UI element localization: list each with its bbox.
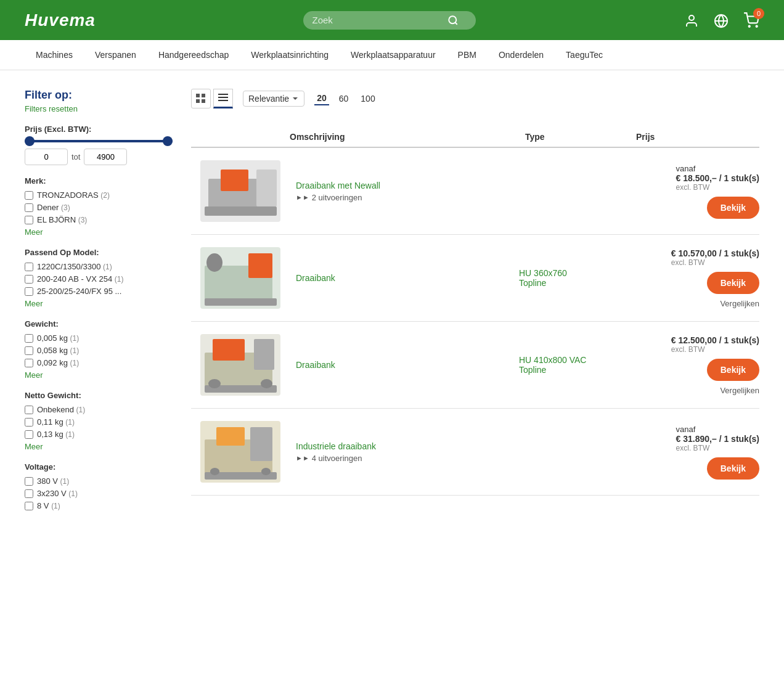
checkbox-ng3[interactable] [25,430,33,439]
price-excl-1: excl. BTW [676,183,759,192]
user-icon[interactable] [684,12,699,28]
search-input[interactable] [312,15,447,25]
checkbox-ng2[interactable] [25,418,33,427]
v3-label: 8 V (1) [37,501,60,510]
bekijk-button-3[interactable]: Bekijk [707,359,759,381]
product-price-4: vanaf € 31.890,– / 1 stuk(s) excl. BTW [676,425,759,452]
product-image-cell-4 [191,421,290,483]
price-min-input[interactable] [25,149,68,165]
svg-rect-8 [202,94,205,97]
checkbox-elbjorn[interactable] [25,216,33,224]
table-row: Draaibank met Newall ►► 2 uitvoeringen v… [191,148,759,235]
product-action-cell-4: vanaf € 31.890,– / 1 stuk(s) excl. BTW B… [636,425,759,480]
price-separator: tot [71,152,80,161]
per-page-20[interactable]: 20 [314,92,329,105]
svg-rect-9 [196,99,200,103]
product-image-cell-1 [191,160,290,222]
nav-item-werkplaatsinrichting[interactable]: Werkplaatsinrichting [240,40,340,70]
price-thumb-right[interactable] [163,136,173,146]
model1-label: 1220C/1350/3300 (1) [37,262,112,271]
nav-item-pbm[interactable]: PBM [447,40,488,70]
model-meer-link[interactable]: Meer [25,299,173,308]
globe-icon[interactable] [714,12,729,28]
vergelijken-link-2[interactable]: Vergelijken [720,299,759,308]
list-icon [218,93,228,103]
search-icon [447,15,459,26]
checkbox-ng1[interactable] [25,406,33,414]
product-type-cell-2: HU 360x760Topline [519,268,630,288]
merk-dener-count: (3) [61,203,70,212]
checkbox-g3[interactable] [25,359,33,367]
checkbox-v1[interactable] [25,477,33,486]
checkbox-dener[interactable] [25,203,33,212]
svg-rect-11 [218,94,228,95]
checkbox-g1[interactable] [25,334,33,343]
product-link-4[interactable]: Industriele draaibank [296,441,376,451]
price-main-4: € 31.890,– / 1 stuk(s) [676,434,759,444]
checkbox-model3[interactable] [25,287,33,296]
filter-checkbox-g3: 0,092 kg (1) [25,358,173,367]
product-image-2 [200,247,280,309]
checkbox-g2[interactable] [25,346,33,355]
list-view-button[interactable] [213,89,233,108]
price-inputs: tot [25,149,173,165]
main-container: Filter op: Filters resetten Prijs (Excl.… [0,70,784,540]
sort-select[interactable]: Relevantie [243,91,304,107]
netto-gewicht-filter-section: Netto Gewicht: Onbekend (1) 0,11 kg (1) … [25,391,173,451]
nav-item-handgereedschap[interactable]: Handgereedschap [147,40,240,70]
checkbox-tronzadoras[interactable] [25,191,33,200]
vergelijken-link-3[interactable]: Vergelijken [720,386,759,395]
price-filter-section: Prijs (Excl. BTW): tot [25,125,173,165]
nav-item-machines[interactable]: Machines [25,40,84,70]
chevron-down-icon [292,95,299,102]
logo[interactable]: Huvema [25,10,96,30]
bekijk-button-2[interactable]: Bekijk [707,272,759,294]
checkbox-v2[interactable] [25,489,33,498]
price-thumb-left[interactable] [25,136,35,146]
bekijk-button-4[interactable]: Bekijk [707,457,759,480]
bekijk-button-1[interactable]: Bekijk [707,197,759,219]
price-excl-3: excl. BTW [671,345,759,354]
filter-checkbox-tronzadoras: TRONZADORAS (2) [25,190,173,200]
product-uitvoeringen-4: ►► 4 uitvoeringen [296,454,513,463]
filter-checkbox-ng2: 0,11 kg (1) [25,417,173,427]
product-info-cell-4: Industriele draaibank ►► 4 uitvoeringen [296,441,513,463]
checkbox-v3[interactable] [25,502,33,510]
merk-tronzadoras-label: TRONZADORAS (2) [37,190,110,200]
product-link-2[interactable]: Draaibank [296,273,335,283]
checkbox-model2[interactable] [25,275,33,284]
product-link-1[interactable]: Draaibank met Newall [296,181,380,190]
nav-item-onderdelen[interactable]: Onderdelen [488,40,555,70]
nav-item-werkplaatsapparatuur[interactable]: Werkplaatsapparatuur [340,40,446,70]
v1-label: 380 V (1) [37,476,69,486]
gewicht-meer-link[interactable]: Meer [25,370,173,380]
model-title: Passend Op Model: [25,248,173,257]
product-action-cell-2: € 10.570,00 / 1 stuk(s) excl. BTW Bekijk… [636,248,759,308]
product-type-link-3[interactable]: HU 410x800 VACTopline [519,355,586,375]
price-max-input[interactable] [84,149,127,165]
per-page-60[interactable]: 60 [337,92,351,105]
checkbox-model1[interactable] [25,263,33,271]
merk-meer-link[interactable]: Meer [25,227,173,237]
gewicht-title: Gewicht: [25,319,173,329]
price-slider[interactable] [25,140,173,142]
per-page-100[interactable]: 100 [358,92,377,105]
cart-icon[interactable]: 0 [743,12,759,28]
filter-checkbox-ng1: Onbekend (1) [25,405,173,414]
price-slider-fill [25,140,173,142]
g1-label: 0,005 kg (1) [37,333,79,343]
nav-item-taegutec[interactable]: TaeguTec [555,40,614,70]
netto-gewicht-meer-link[interactable]: Meer [25,442,173,451]
nav-item-verspanen[interactable]: Verspanen [84,40,147,70]
merk-elbjorn-label: EL BJÖRN (3) [37,215,87,224]
grid-view-button[interactable] [191,89,211,108]
price-slider-track [25,140,173,142]
product-link-3[interactable]: Draaibank [296,360,335,370]
ng3-label: 0,13 kg (1) [37,430,75,439]
product-info-cell-1: Draaibank met Newall ►► 2 uitvoeringen [296,181,513,202]
search-bar[interactable] [303,11,476,30]
product-action-cell-1: vanaf € 18.500,– / 1 stuk(s) excl. BTW B… [636,164,759,219]
filter-reset-link[interactable]: Filters resetten [25,104,173,113]
price-excl-4: excl. BTW [676,444,759,452]
product-type-link-2[interactable]: HU 360x760Topline [519,268,567,288]
